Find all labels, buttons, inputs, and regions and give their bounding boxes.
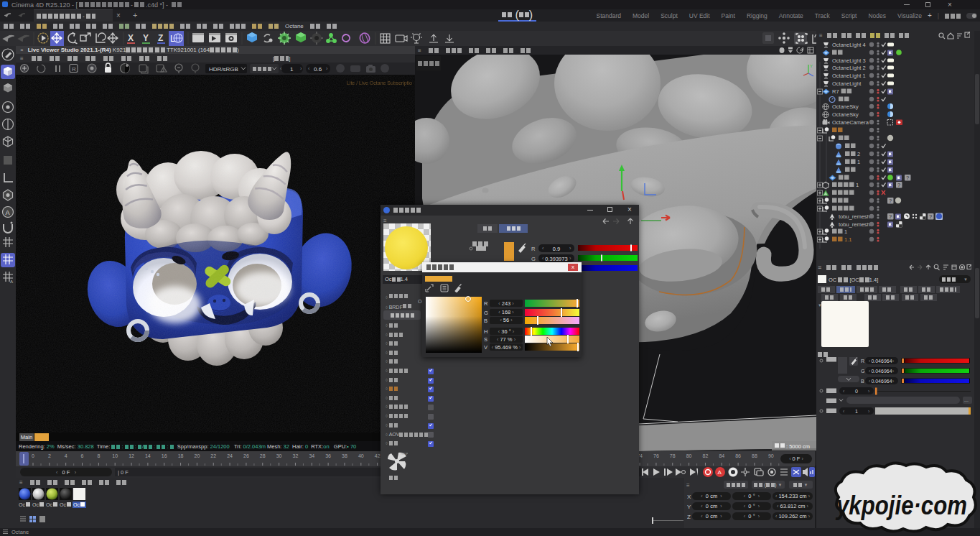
svg-text:G: G [531, 256, 536, 262]
svg-text:1: 1 [855, 409, 858, 414]
svg-text:›: › [868, 389, 869, 394]
svg-text:‹: ‹ [843, 409, 844, 414]
svg-text:›: › [868, 409, 869, 414]
svg-text:Oc: Oc [73, 502, 80, 507]
svg-text:?: ? [889, 198, 892, 204]
svg-text:?: ? [906, 175, 909, 181]
svg-text:88: 88 [752, 453, 757, 458]
svg-text:0: 0 [32, 453, 34, 458]
svg-text:42: 42 [375, 453, 381, 458]
svg-text:R: R [531, 246, 536, 252]
svg-text:R: R [72, 66, 76, 73]
svg-text:tobu_remesh: tobu_remesh [839, 213, 870, 220]
svg-text:‹: ‹ [869, 369, 870, 374]
svg-text:tobu_remesh: tobu_remesh [839, 221, 870, 228]
svg-text:30: 30 [276, 453, 282, 458]
svg-text:8: 8 [97, 453, 100, 458]
svg-text:0.9: 0.9 [553, 246, 560, 252]
svg-text:Oc: Oc [32, 502, 39, 507]
svg-text:›: › [892, 369, 894, 374]
svg-text:OctaneLight 3: OctaneLight 3 [832, 57, 866, 64]
svg-text:Oc: Oc [19, 502, 25, 507]
svg-text:X: X [128, 33, 134, 43]
svg-text:4: 4 [65, 453, 67, 458]
svg-text:22: 22 [210, 453, 216, 458]
svg-text:OctaneLight: OctaneLight [832, 80, 862, 87]
svg-text:18: 18 [178, 453, 184, 458]
svg-text:Oc: Oc [46, 502, 52, 507]
svg-text:‹: ‹ [869, 359, 870, 364]
svg-text:OctaneLight 2: OctaneLight 2 [832, 65, 866, 71]
svg-text:?: ? [929, 213, 932, 220]
svg-text:›: › [892, 359, 894, 364]
svg-text:B: B [861, 379, 864, 384]
svg-text:...: ... [964, 397, 969, 402]
svg-text:0.046964: 0.046964 [871, 379, 892, 384]
svg-text:32: 32 [293, 453, 299, 458]
svg-text:?: ? [889, 213, 892, 220]
svg-text:HELP: HELP [401, 452, 408, 456]
svg-text:2: 2 [857, 151, 860, 157]
svg-text:2: 2 [48, 453, 51, 458]
svg-text:OctaneSky: OctaneSky [832, 103, 859, 110]
svg-text:24: 24 [227, 453, 233, 458]
svg-text:R: R [861, 359, 864, 364]
svg-text:34: 34 [309, 453, 314, 458]
svg-text:14: 14 [145, 453, 151, 458]
svg-text:1: 1 [290, 66, 294, 73]
svg-text:Oc: Oc [60, 502, 66, 507]
svg-text:Z: Z [158, 33, 163, 43]
svg-text:10: 10 [112, 453, 118, 458]
svg-text:90: 90 [768, 453, 774, 458]
svg-text:0.046964: 0.046964 [871, 359, 892, 364]
svg-text:26: 26 [243, 453, 249, 458]
svg-text:ykpojie·com: ykpojie·com [835, 491, 967, 520]
svg-text:OctaneLight 4: OctaneLight 4 [832, 42, 866, 48]
svg-text:?: ? [897, 182, 900, 188]
svg-text:76: 76 [653, 453, 659, 458]
svg-text:38: 38 [342, 453, 347, 458]
svg-text:OctaneLight 1: OctaneLight 1 [832, 73, 866, 79]
svg-text:A: A [10, 279, 13, 284]
svg-text:0.046964: 0.046964 [871, 369, 892, 374]
svg-text:OctaneSky: OctaneSky [832, 111, 859, 118]
svg-text:: 5000 cm: : 5000 cm [786, 443, 810, 450]
svg-text:G: G [861, 369, 864, 374]
svg-text:40: 40 [358, 453, 364, 458]
svg-text:A: A [718, 469, 722, 476]
svg-text:Y: Y [810, 64, 813, 68]
svg-text:HDR/sRGB: HDR/sRGB [209, 66, 238, 73]
svg-text:‹: ‹ [843, 389, 844, 394]
svg-text:80: 80 [686, 453, 692, 458]
svg-text:86: 86 [735, 453, 741, 458]
svg-text:78: 78 [670, 453, 676, 458]
svg-text:82: 82 [703, 453, 709, 458]
svg-text:Y: Y [143, 33, 149, 43]
svg-text:28: 28 [260, 453, 266, 458]
svg-text:R7: R7 [832, 88, 839, 95]
svg-text:6: 6 [81, 453, 84, 458]
svg-text:OctaneCamera: OctaneCamera [832, 119, 869, 126]
svg-text:16: 16 [162, 453, 167, 458]
svg-text:1: 1 [844, 228, 847, 235]
svg-text:1.1: 1.1 [844, 236, 851, 243]
svg-text:20: 20 [195, 453, 200, 458]
svg-text:‹: ‹ [869, 379, 870, 384]
svg-text:36: 36 [325, 453, 331, 458]
svg-text:1: 1 [856, 182, 859, 188]
svg-text:›: › [892, 379, 894, 384]
svg-text:0.393973: 0.393973 [545, 256, 567, 262]
svg-text:12: 12 [129, 453, 134, 458]
svg-text:A: A [6, 209, 10, 216]
svg-text:1: 1 [857, 159, 860, 165]
svg-text:0.6: 0.6 [314, 66, 322, 73]
svg-text:84: 84 [719, 453, 724, 458]
svg-text:0: 0 [855, 389, 858, 394]
